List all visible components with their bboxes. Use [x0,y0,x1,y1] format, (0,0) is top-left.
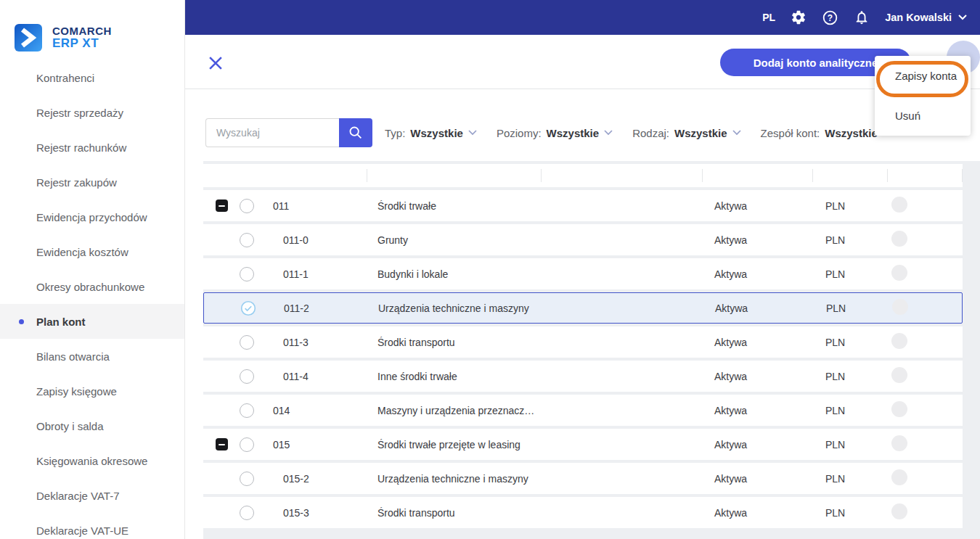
svg-text:?: ? [828,12,833,22]
context-menu-item-label: Usuń [895,110,920,122]
radio-button[interactable] [240,472,254,486]
user-menu[interactable]: Jan Kowalski [885,12,967,23]
radio-button[interactable] [240,369,254,384]
column-header [887,164,963,187]
cell-numer: 015-2 [267,473,367,485]
settings-gear-icon[interactable] [791,9,807,25]
table-row[interactable]: 011-4 Inne środki trwałe Aktywa PLN [203,361,963,392]
sidebar-item-label: Księgowania okresowe [36,455,147,467]
radio-button[interactable] [240,233,254,247]
radio-button[interactable] [240,437,254,452]
sidebar-item[interactable]: Zapisy księgowe [0,374,184,408]
collapse-icon[interactable] [216,438,228,450]
filter-label: Typ: [385,127,405,139]
filter-value: Wszystkie [674,127,727,139]
table-row[interactable]: 014 Maszyny i urządzenia przeznacz… Akty… [203,395,963,426]
cell-typ-konta: Aktywa [702,371,812,382]
filter-label: Zespół kont: [761,127,820,139]
sidebar-item-label: Deklaracje VAT-UE [36,524,128,537]
context-menu-item[interactable]: Usuń [875,96,971,136]
main-content: Typ: Wszystkie Poziomy: Wszystkie Rodzaj… [185,89,980,539]
chevron-down-icon [468,130,477,136]
sidebar-item[interactable]: Rejestr zakupów [0,165,184,199]
cell-typ-konta: Aktywa [702,268,812,280]
cell-typ-konta: Aktywa [702,234,812,246]
active-bullet-icon [19,319,24,324]
help-icon[interactable]: ? [822,9,838,26]
sidebar-item-label: Obroty i salda [36,420,104,432]
sidebar-item[interactable]: Deklaracje VAT-7 [0,478,184,513]
cell-typ-konta: Aktywa [702,337,812,348]
radio-button[interactable] [240,506,254,520]
cell-waluta: PLN [812,200,887,212]
filter-value: Wszystkie [825,127,878,139]
language-selector[interactable]: PL [762,12,775,23]
cell-typ-konta: Aktywa [702,473,812,485]
cell-typ-konta: Aktywa [702,507,812,519]
search-icon [348,125,364,141]
table-row[interactable]: 015-3 Środki transportu Aktywa PLN [203,497,963,528]
sidebar-item-label: Ewidencja przychodów [36,211,147,223]
column-header [541,164,702,187]
filter-dropdown[interactable]: Rodzaj: Wszystkie [632,127,740,139]
selected-check-icon[interactable] [240,300,256,316]
sidebar-item[interactable]: Deklaracje VAT-UE [0,513,184,539]
context-menu-item[interactable]: Zapisy konta [875,56,971,96]
sidebar-item-label: Bilans otwarcia [36,350,110,363]
sidebar-item[interactable]: Rejestr rachunków [0,130,184,165]
table-row[interactable]: 015-2 Urządzenia techniczne i maszyny Ak… [203,463,963,494]
search-button[interactable] [339,118,372,147]
cell-numer: 011-4 [267,371,367,382]
cell-nazwa: Maszyny i urządzenia przeznacz… [367,405,541,416]
cell-numer: 014 [267,405,367,416]
brand-name-top: COMARCH [52,25,112,37]
search-input[interactable] [205,118,339,147]
sidebar-item[interactable]: Ewidencja przychodów [0,199,184,234]
radio-button[interactable] [240,335,254,350]
sidebar-item[interactable]: Rejestr sprzedaży [0,95,184,130]
table-row[interactable]: 011-2 Urządzenia techniczne i maszyny Ak… [203,292,963,324]
radio-button[interactable] [240,267,254,281]
cell-numer: 011 [267,200,367,212]
cell-waluta: PLN [812,507,887,519]
table-row[interactable]: 011 Środki trwałe Aktywa PLN [203,190,963,221]
sidebar-item-label: Ewidencja kosztów [36,246,128,258]
filter-dropdown[interactable]: Zespół kont: Wszystkie [761,127,891,139]
cell-numer: 011-2 [268,303,367,314]
collapse-icon[interactable] [216,199,228,212]
sidebar-item[interactable]: Księgowania okresowe [0,443,184,478]
sidebar-item-label: Rejestr rachunków [36,141,126,154]
table-row[interactable]: 011-0 Grunty Aktywa PLN [203,224,963,255]
cell-waluta: PLN [813,303,888,314]
radio-button[interactable] [240,199,254,213]
sidebar-item[interactable]: Obroty i salda [0,408,184,443]
cell-numer: 015 [267,439,367,450]
filter-dropdown[interactable]: Poziomy: Wszystkie [497,127,613,139]
sidebar-item[interactable]: Okresy obrachunkowe [0,269,184,304]
sidebar-item[interactable]: Kontrahenci [0,60,184,95]
filter-dropdown[interactable]: Typ: Wszystkie [385,127,477,139]
radio-button[interactable] [240,403,254,418]
cell-typ-konta: Aktywa [702,200,812,212]
table-row[interactable]: 011-1 Budynki i lokale Aktywa PLN [203,258,963,289]
sidebar-item[interactable]: Bilans otwarcia [0,339,184,374]
chevron-down-icon [958,15,967,20]
sidebar-item-label: Rejestr zakupów [36,176,117,189]
close-icon[interactable] [209,57,224,71]
cell-numer: 011-0 [267,234,367,246]
chevron-down-icon [604,130,613,136]
status-indicator [892,299,908,315]
chevron-down-icon [732,130,741,136]
status-indicator [891,367,907,383]
cell-numer: 011-3 [267,337,367,348]
notifications-bell-icon[interactable] [854,9,870,25]
table-row[interactable]: 015 Środki trwałe przejęte w leasing Akt… [203,429,963,460]
sidebar-item[interactable]: Ewidencja kosztów [0,234,184,269]
column-header [367,164,541,187]
filter-label: Poziomy: [497,127,542,139]
sidebar-item[interactable]: Plan kont [0,304,184,339]
table-row[interactable]: 011-3 Środki transportu Aktywa PLN [203,326,963,358]
context-menu: Zapisy konta Usuń [875,56,971,136]
brand-name-bottom: ERP XT [52,37,112,50]
column-header [812,164,887,187]
